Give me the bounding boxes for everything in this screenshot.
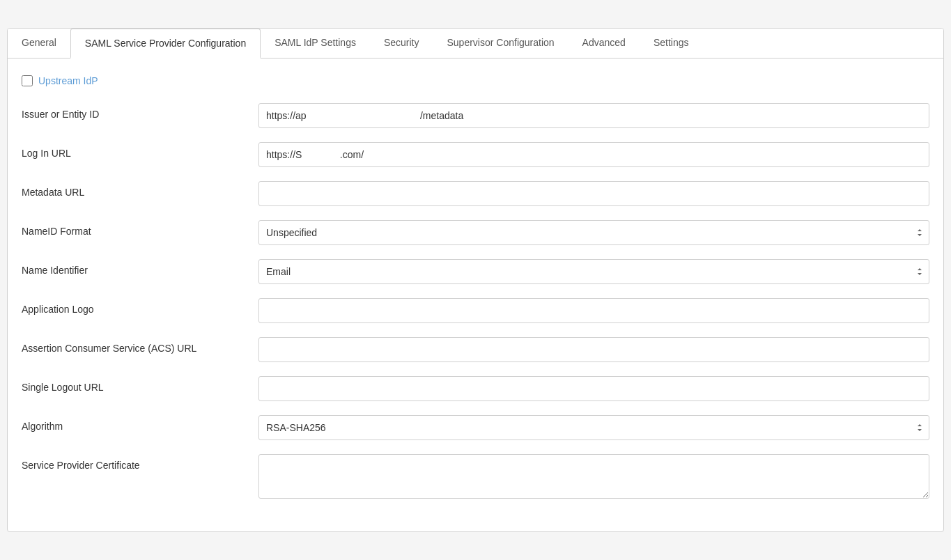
login-url-row: Log In URL (22, 142, 929, 167)
tab-settings[interactable]: Settings (640, 29, 703, 58)
tab-saml-sp[interactable]: SAML Service Provider Configuration (70, 29, 261, 59)
acs-url-row: Assertion Consumer Service (ACS) URL (22, 337, 929, 362)
nameid-format-label: NameID Format (22, 220, 258, 237)
tab-security[interactable]: Security (370, 29, 433, 58)
nameid-format-row: NameID Format Unspecified Email Persiste… (22, 220, 929, 245)
application-logo-input[interactable] (258, 298, 929, 323)
sp-certificate-wrapper (258, 454, 929, 501)
nameid-format-select[interactable]: Unspecified Email Persistent Transient (258, 220, 929, 245)
algorithm-select[interactable]: RSA-SHA256 RSA-SHA1 RSA-SHA384 RSA-SHA51… (258, 415, 929, 440)
acs-url-label: Assertion Consumer Service (ACS) URL (22, 337, 258, 354)
tab-advanced[interactable]: Advanced (569, 29, 640, 58)
tab-saml-idp[interactable]: SAML IdP Settings (261, 29, 370, 58)
metadata-url-row: Metadata URL (22, 181, 929, 206)
metadata-url-wrapper (258, 181, 929, 206)
tab-general[interactable]: General (8, 29, 70, 58)
application-logo-label: Application Logo (22, 298, 258, 315)
name-identifier-wrapper: Email Username User ID (258, 259, 929, 284)
single-logout-url-label: Single Logout URL (22, 376, 258, 393)
single-logout-url-wrapper (258, 376, 929, 401)
issuer-entity-id-row: Issuer or Entity ID (22, 103, 929, 128)
name-identifier-select[interactable]: Email Username User ID (258, 259, 929, 284)
sp-certificate-textarea[interactable] (258, 454, 929, 499)
login-url-label: Log In URL (22, 142, 258, 159)
upstream-idp-label[interactable]: Upstream IdP (38, 75, 98, 86)
issuer-entity-id-input[interactable] (258, 103, 929, 128)
single-logout-url-row: Single Logout URL (22, 376, 929, 401)
upstream-idp-row: Upstream IdP (22, 75, 929, 86)
login-url-input[interactable] (258, 142, 929, 167)
issuer-entity-id-wrapper (258, 103, 929, 128)
single-logout-url-input[interactable] (258, 376, 929, 401)
nameid-format-wrapper: Unspecified Email Persistent Transient (258, 220, 929, 245)
main-container: General SAML Service Provider Configurat… (7, 28, 944, 532)
acs-url-wrapper (258, 337, 929, 362)
sp-certificate-label: Service Provider Certificate (22, 454, 258, 471)
metadata-url-label: Metadata URL (22, 181, 258, 198)
tab-bar: General SAML Service Provider Configurat… (8, 29, 943, 59)
name-identifier-row: Name Identifier Email Username User ID (22, 259, 929, 284)
metadata-url-input[interactable] (258, 181, 929, 206)
upstream-idp-checkbox[interactable] (22, 75, 33, 86)
form-content: Upstream IdP Issuer or Entity ID Log In … (8, 59, 943, 531)
tab-supervisor[interactable]: Supervisor Configuration (433, 29, 569, 58)
algorithm-row: Algorithm RSA-SHA256 RSA-SHA1 RSA-SHA384… (22, 415, 929, 440)
application-logo-wrapper (258, 298, 929, 323)
algorithm-wrapper: RSA-SHA256 RSA-SHA1 RSA-SHA384 RSA-SHA51… (258, 415, 929, 440)
login-url-wrapper (258, 142, 929, 167)
issuer-entity-id-label: Issuer or Entity ID (22, 103, 258, 120)
algorithm-label: Algorithm (22, 415, 258, 432)
acs-url-input[interactable] (258, 337, 929, 362)
sp-certificate-row: Service Provider Certificate (22, 454, 929, 501)
application-logo-row: Application Logo (22, 298, 929, 323)
name-identifier-label: Name Identifier (22, 259, 258, 276)
